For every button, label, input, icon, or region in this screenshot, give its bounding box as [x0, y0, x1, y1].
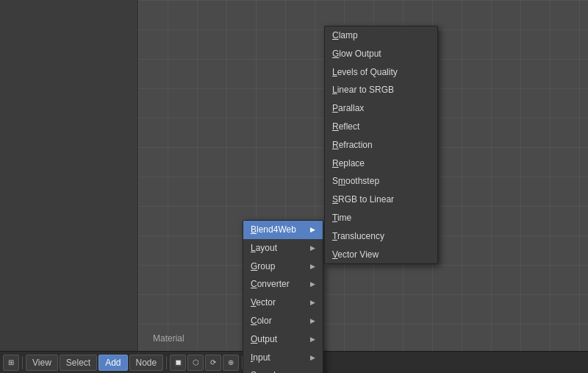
material-label: Material: [153, 333, 184, 344]
sub-menu-item-3[interactable]: Linear to SRGB: [325, 81, 437, 99]
toolbar-sep-1: [22, 356, 23, 369]
menu-item-arrow-6: ▶: [310, 335, 315, 344]
toolbar-node-button[interactable]: Node: [129, 355, 164, 371]
main-menu-item-6[interactable]: Output▶: [243, 330, 323, 349]
main-menu-item-7[interactable]: Input▶: [243, 349, 323, 367]
menu-item-arrow-7: ▶: [310, 353, 315, 363]
sub-menu-item-1[interactable]: Glow Output: [325, 45, 437, 63]
menu-item-arrow-0: ▶: [310, 225, 315, 235]
sub-menu-item-8[interactable]: Smoothstep: [325, 172, 437, 191]
sub-menu-item-11[interactable]: Translucency: [325, 227, 437, 246]
sub-menu-item-5[interactable]: Reflect: [325, 118, 437, 136]
main-menu-item-5[interactable]: Color▶: [243, 312, 323, 330]
sub-menu-item-10[interactable]: Time: [325, 209, 437, 227]
blend4web-submenu[interactable]: ClampGlow OutputLevels of QualityLinear …: [324, 26, 438, 264]
sub-menu-item-12[interactable]: Vector View: [325, 246, 437, 264]
left-panel: [0, 0, 138, 351]
sub-menu-item-0[interactable]: Clamp: [325, 26, 437, 45]
main-menu-item-2[interactable]: Group▶: [243, 257, 323, 276]
toolbar-grid-icon[interactable]: ⊞: [3, 355, 19, 371]
main-menu-item-8[interactable]: Search ...: [243, 366, 323, 373]
sub-menu-item-7[interactable]: Replace: [325, 154, 437, 173]
menu-item-arrow-5: ▶: [310, 316, 315, 326]
sub-menu-item-6[interactable]: Refraction: [325, 136, 437, 154]
menu-item-arrow-2: ▶: [310, 262, 315, 271]
main-menu-item-4[interactable]: Vector▶: [243, 294, 323, 312]
sub-menu-item-9[interactable]: SRGB to Linear: [325, 191, 437, 209]
sub-menu-item-2[interactable]: Levels of Quality: [325, 63, 437, 82]
menu-item-arrow-1: ▶: [310, 244, 315, 253]
menu-item-arrow-4: ▶: [310, 298, 315, 308]
toolbar-icon-4[interactable]: ⟳: [205, 355, 221, 371]
toolbar-icon-5[interactable]: ⊕: [223, 355, 239, 371]
sub-menu-item-4[interactable]: Parallax: [325, 99, 437, 118]
toolbar-sep-2: [166, 356, 167, 369]
main-menu-item-0[interactable]: Blend4Web▶: [243, 221, 323, 239]
main-menu-item-3[interactable]: Converter▶: [243, 275, 323, 294]
add-menu[interactable]: Blend4Web▶Layout▶Group▶Converter▶Vector▶…: [243, 220, 323, 373]
toolbar-icon-2[interactable]: 🔲: [170, 355, 186, 371]
toolbar-icon-3[interactable]: ⬡: [187, 355, 204, 371]
menu-item-arrow-3: ▶: [310, 280, 315, 289]
toolbar-add-button[interactable]: Add: [98, 355, 127, 371]
toolbar-select-button[interactable]: Select: [60, 355, 97, 371]
main-menu-item-1[interactable]: Layout▶: [243, 239, 323, 257]
toolbar-view-button[interactable]: View: [26, 355, 58, 371]
